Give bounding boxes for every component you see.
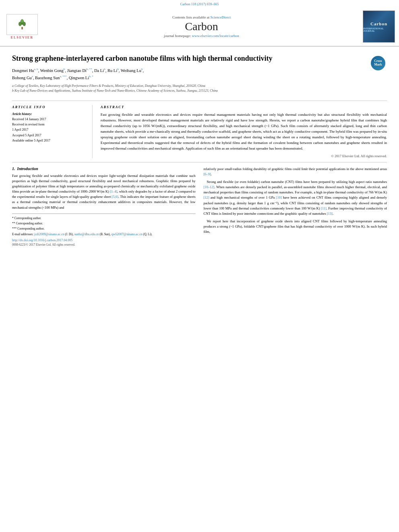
author-weibang-lu: Weibang Lu	[121, 68, 141, 73]
author-jiangtao-di: Jiangtao Di	[67, 68, 86, 73]
cover-title: Carbon	[370, 21, 387, 26]
elsevier-logo-box	[6, 14, 38, 35]
intro-para-right-3: We report here that incorporation of gra…	[204, 219, 387, 235]
article-title: Strong graphene-interlayered carbon nano…	[12, 54, 367, 63]
email-2-name: (B. Sun),	[100, 232, 111, 236]
copyright-line: © 2017 Elsevier Ltd. All rights reserved…	[101, 154, 387, 158]
citation-bar: Carbon 118 (2017) 659–665	[0, 0, 399, 7]
footnote-1: * Corresponding author.	[12, 216, 195, 220]
elsevier-logo: ELSEVIER	[4, 14, 40, 39]
affiliation-b: b Key Lab of Nano-Devices and Applicatio…	[12, 88, 367, 93]
cover-subtitle: INTERNATIONAL JOURNAL	[363, 27, 395, 32]
crossmark-badge: CrossMark	[371, 56, 387, 70]
doi-line: http://dx.doi.org/10.1016/j.carbon.2017.…	[12, 238, 195, 242]
abstract-text: Fast growing flexible and wearable elect…	[101, 112, 387, 152]
homepage-url[interactable]: www.elsevier.com/locate/carbon	[192, 34, 239, 38]
ref-12[interactable]: [12]	[204, 195, 209, 199]
authors-line: Dongmei Hua, b, Wenbin Gongb, Jiangtao D…	[12, 67, 367, 81]
main-body: 1. Introduction Fast growing flexible an…	[12, 162, 387, 246]
ref-10-12[interactable]: [10–12]	[204, 185, 214, 189]
introduction-title: 1. Introduction	[12, 166, 195, 171]
author-qingwen-li: Qingwen Li	[69, 75, 89, 80]
received-date: Received 14 January 2017	[12, 117, 86, 121]
crossmark-label: CrossMark	[374, 60, 382, 67]
intro-para-right-1: relatively poor small-radius folding dur…	[204, 166, 387, 177]
article-content: Strong graphene-interlayered carbon nano…	[0, 47, 399, 251]
footnote-3: *** Corresponding author.	[12, 226, 195, 231]
article-info-header: ARTICLE INFO	[12, 105, 86, 109]
intro-para-1: Fast growing flexible and wearable elect…	[12, 173, 195, 210]
doi-link[interactable]: http://dx.doi.org/10.1016/j.carbon.2017.…	[12, 238, 72, 242]
email-label: E-mail addresses:	[12, 232, 33, 236]
elsevier-tree-icon	[16, 18, 28, 31]
svg-point-2	[23, 22, 26, 26]
abstract-paragraph: Fast growing flexible and wearable elect…	[101, 112, 387, 152]
svg-point-4	[21, 19, 23, 23]
body-left-column: 1. Introduction Fast growing flexible an…	[12, 166, 195, 246]
intro-body-text-left: Fast growing flexible and wearable elect…	[12, 173, 195, 210]
section-number: 1.	[12, 166, 15, 171]
crossmark-icon: CrossMark	[371, 56, 385, 70]
email-3-link[interactable]: qwli2007@sinano.ac.cn	[111, 232, 142, 236]
article-title-section: Strong graphene-interlayered carbon nano…	[12, 54, 387, 97]
svg-rect-3	[22, 27, 23, 29]
citation-text: Carbon 118 (2017) 659–665	[180, 2, 219, 6]
main-body-columns: 1. Introduction Fast growing flexible an…	[12, 162, 387, 246]
affiliations: a College of Textiles, Key Laboratory of…	[12, 84, 367, 93]
article-title-text: Strong graphene-interlayered carbon nano…	[12, 54, 367, 97]
abstract-header: ABSTRACT	[101, 105, 387, 109]
email-2-link[interactable]: sunbz@dhu.edu.cn	[74, 232, 99, 236]
ref-10[interactable]: [10]	[276, 195, 282, 199]
body-right-column: relatively poor small-radius folding dur…	[204, 166, 387, 246]
issn-line: 0008-6223/© 2017 Elsevier Ltd. All right…	[12, 243, 195, 246]
author-ru-li: Ru Li	[107, 68, 117, 73]
sciencedirect-link[interactable]: ScienceDirect	[210, 15, 230, 19]
accepted-date: Accepted 5 April 2017	[12, 133, 86, 138]
author-sep6: ,	[143, 68, 144, 73]
section-title-text: Introduction	[17, 166, 38, 171]
footnote-2: ** Corresponding author.	[12, 221, 195, 226]
homepage-label: journal homepage:	[164, 34, 192, 38]
email-1-link[interactable]: jcdi2009@sinano.ac.cn	[34, 232, 64, 236]
author-bohong-gu: Bohong Gu	[12, 75, 32, 80]
ref-6-9[interactable]: [6–9]	[204, 172, 211, 176]
article-info-column: ARTICLE INFO Article history: Received 1…	[12, 105, 93, 158]
revised-date: 1 April 2017	[12, 127, 86, 132]
affiliation-a: a College of Textiles, Key Laboratory of…	[12, 84, 367, 88]
abstract-column: ABSTRACT Fast growing flexible and weara…	[101, 105, 387, 158]
elsevier-wordmark: ELSEVIER	[11, 36, 33, 39]
available-online: Available online 5 April 2017	[12, 138, 86, 143]
ref-1-4[interactable]: [1–4]	[110, 189, 117, 193]
email-3-name: (Q. Li).	[143, 232, 152, 236]
journal-center: Contents lists available at ScienceDirec…	[44, 15, 359, 38]
journal-title: Carbon	[44, 20, 359, 33]
article-info-abstract-section: ARTICLE INFO Article history: Received 1…	[12, 101, 387, 158]
ref-5-6[interactable]: [5,6]	[112, 195, 118, 199]
homepage-line: journal homepage: www.elsevier.com/locat…	[44, 34, 359, 38]
author-da-li: Da Li	[94, 68, 104, 73]
intro-para-right-2: Strong and flexible (or even foldable) c…	[204, 179, 387, 216]
footnote-section: * Corresponding author. ** Corresponding…	[12, 214, 195, 246]
contents-text: Contents lists available at	[173, 15, 210, 19]
author-baozhong-sun: Baozhong Sun	[35, 75, 60, 80]
received-revised-label: Received in revised form	[12, 122, 86, 127]
email-addresses: E-mail addresses: jcdi2009@sinano.ac.cn …	[12, 232, 195, 237]
svg-point-1	[19, 22, 22, 26]
intro-body-text-right: relatively poor small-radius folding dur…	[204, 166, 387, 235]
ref-11[interactable]: [11]	[321, 206, 327, 210]
page-wrapper: Carbon 118 (2017) 659–665 ELSEVIER Conte…	[0, 0, 399, 251]
journal-cover-image: Carbon INTERNATIONAL JOURNAL	[363, 10, 395, 43]
author-wenbin-gong: Wenbin Gong	[40, 68, 64, 73]
ref-13[interactable]: [13]	[327, 212, 333, 216]
journal-header: ELSEVIER Contents lists available at Sci…	[0, 7, 399, 47]
article-history-label: Article history:	[12, 112, 86, 116]
contents-available-line: Contents lists available at ScienceDirec…	[44, 15, 359, 19]
email-1-name: (J. Di),	[65, 232, 74, 236]
author-dongmei-hu: Dongmei Hu	[12, 68, 34, 73]
